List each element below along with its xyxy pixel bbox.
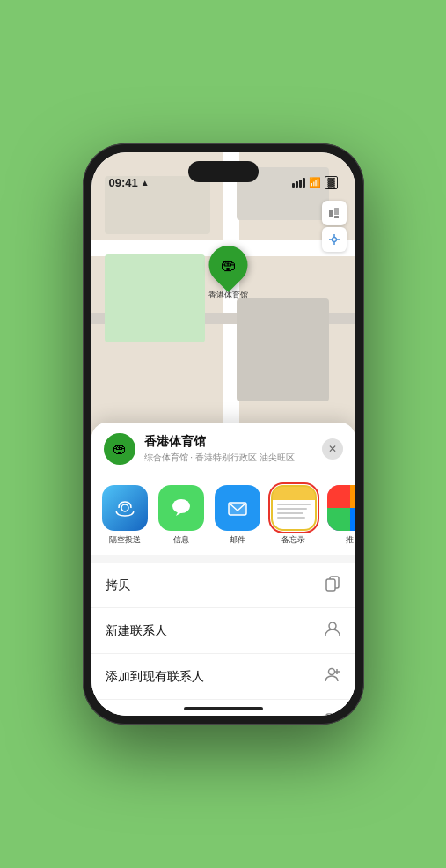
svg-rect-18 (326, 714, 339, 716)
mail-icon (215, 485, 260, 531)
location-arrow-icon: ▲ (141, 178, 150, 188)
svg-point-9 (172, 499, 190, 513)
battery-icon: ▓ (325, 176, 337, 189)
phone-screen: 09:41 ▲ 📶 ▓ (91, 152, 355, 716)
signal-icon (292, 178, 305, 188)
phone-frame: 09:41 ▲ 📶 ▓ (83, 143, 364, 725)
svg-rect-0 (329, 210, 333, 217)
venue-sub: 综合体育馆 · 香港特别行政区 油尖旺区 (144, 452, 313, 464)
action-quick-note-label: 添加到新快速备忘录 (106, 715, 216, 716)
notes-label: 备忘录 (281, 534, 305, 546)
share-item-more[interactable]: 推 (325, 485, 355, 546)
action-new-contact[interactable]: 新建联系人 (91, 608, 355, 654)
airdrop-label: 隔空投送 (109, 534, 141, 546)
venue-text: 香港体育馆 综合体育馆 · 香港特别行政区 油尖旺区 (144, 434, 313, 464)
svg-rect-13 (326, 579, 335, 591)
bottom-sheet: 🏟 香港体育馆 综合体育馆 · 香港特别行政区 油尖旺区 ✕ (91, 423, 355, 716)
mail-label: 邮件 (230, 534, 245, 546)
svg-point-8 (121, 504, 128, 511)
more-icon (327, 485, 355, 531)
status-time: 09:41 (109, 176, 138, 189)
action-copy-label: 拷贝 (106, 577, 130, 593)
venue-name: 香港体育馆 (144, 434, 313, 450)
messages-icon (158, 485, 204, 531)
pin-icon: 🏟 (201, 238, 255, 292)
home-indicator (184, 707, 263, 710)
copy-icon (324, 574, 341, 596)
svg-point-3 (332, 238, 336, 242)
svg-rect-1 (334, 208, 339, 215)
svg-rect-2 (334, 216, 339, 218)
share-item-messages[interactable]: 信息 (157, 485, 206, 546)
svg-point-15 (328, 669, 334, 675)
share-item-airdrop[interactable]: 隔空投送 (100, 485, 150, 546)
share-item-notes[interactable]: 备忘录 (269, 485, 318, 546)
notes-icon (271, 485, 317, 531)
action-add-contact[interactable]: 添加到现有联系人 (91, 654, 355, 700)
map-area[interactable]: 南口 🏟 香港体育馆 (91, 152, 355, 445)
action-add-contact-label: 添加到现有联系人 (106, 669, 204, 685)
new-contact-icon (324, 620, 341, 642)
status-icons: 📶 ▓ (292, 176, 337, 189)
map-controls (322, 201, 347, 252)
add-contact-icon (324, 666, 341, 688)
messages-label: 信息 (173, 534, 189, 546)
action-new-contact-label: 新建联系人 (106, 623, 167, 639)
wifi-icon: 📶 (309, 177, 321, 188)
share-item-mail[interactable]: 邮件 (213, 485, 262, 546)
map-block-4 (105, 254, 205, 342)
venue-icon: 🏟 (104, 433, 135, 465)
share-row: 隔空投送 信息 (91, 474, 355, 555)
location-pin: 🏟 香港体育馆 (208, 246, 248, 301)
location-button[interactable] (322, 227, 347, 252)
more-label: 推 (346, 534, 354, 546)
quick-note-icon (324, 711, 341, 716)
map-block-2 (237, 298, 329, 401)
action-list: 拷贝 新建联系人 (91, 563, 355, 716)
venue-info-row: 🏟 香港体育馆 综合体育馆 · 香港特别行政区 油尖旺区 ✕ (91, 423, 355, 474)
close-button[interactable]: ✕ (322, 438, 343, 460)
airdrop-icon (102, 485, 148, 531)
svg-point-14 (329, 622, 336, 629)
action-copy[interactable]: 拷贝 (91, 563, 355, 608)
dynamic-island (188, 161, 259, 182)
svg-marker-10 (176, 512, 182, 516)
map-type-button[interactable] (322, 201, 347, 225)
